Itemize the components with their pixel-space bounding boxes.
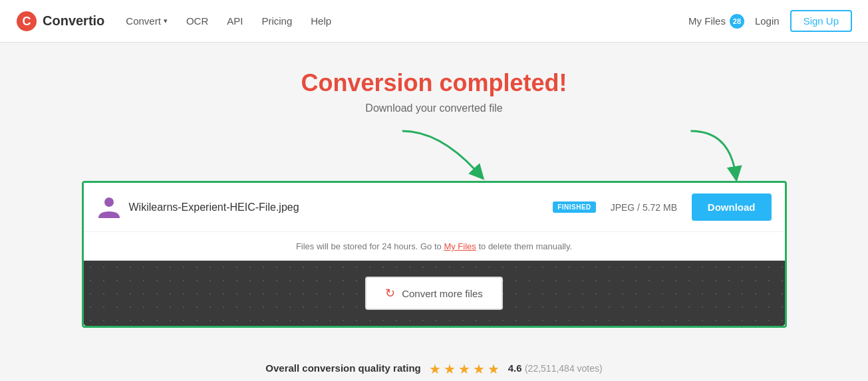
nav-convert[interactable]: Convert ▾ bbox=[126, 15, 168, 27]
status-badge: FINISHED bbox=[553, 201, 596, 213]
storage-notice-prefix: Files will be stored for 24 hours. Go to bbox=[296, 241, 444, 251]
convert-more-label: Convert more files bbox=[402, 288, 483, 299]
star-3: ★ bbox=[458, 361, 470, 377]
logo-text: Convertio bbox=[43, 13, 104, 29]
rating-label: Overall conversion quality rating bbox=[265, 362, 420, 374]
logo[interactable]: C Convertio bbox=[16, 11, 104, 32]
nav-ocr[interactable]: OCR bbox=[186, 15, 208, 27]
my-files-link[interactable]: My Files bbox=[444, 241, 476, 251]
nav-links: Convert ▾ OCR API Pricing Help bbox=[126, 15, 688, 27]
main-content: Conversion completed! Download your conv… bbox=[69, 43, 800, 341]
nav-help[interactable]: Help bbox=[311, 15, 331, 27]
rating-section: Overall conversion quality rating ★ ★ ★ … bbox=[0, 341, 868, 381]
download-button[interactable]: Download bbox=[692, 193, 772, 221]
convert-more-button[interactable]: ↻ Convert more files bbox=[365, 277, 503, 310]
rating-score: 4.6 bbox=[508, 362, 522, 374]
conversion-subtitle: Download your converted file bbox=[82, 102, 787, 114]
file-size: JPEG / 5.72 MB bbox=[604, 202, 684, 213]
file-type-icon bbox=[97, 195, 121, 219]
storage-notice-suffix: to delete them manually. bbox=[476, 241, 572, 251]
file-card: Wikilearns-Experient-HEIC-File.jpeg FINI… bbox=[82, 181, 787, 328]
signup-button[interactable]: Sign Up bbox=[790, 10, 852, 32]
nav-api[interactable]: API bbox=[227, 15, 243, 27]
chevron-down-icon: ▾ bbox=[164, 17, 168, 25]
navbar: C Convertio Convert ▾ OCR API Pricing He… bbox=[0, 0, 868, 43]
file-row: Wikilearns-Experient-HEIC-File.jpeg FINI… bbox=[84, 183, 785, 231]
files-count-badge: 28 bbox=[730, 14, 744, 29]
nav-right: My Files 28 Login Sign Up bbox=[688, 10, 852, 32]
star-5: ★ bbox=[488, 361, 500, 377]
my-files-button[interactable]: My Files 28 bbox=[688, 14, 744, 29]
star-2: ★ bbox=[444, 361, 456, 377]
rating-votes: (22,511,484 votes) bbox=[525, 363, 603, 374]
login-button[interactable]: Login bbox=[755, 15, 780, 27]
convert-bar: ↻ Convert more files bbox=[84, 261, 785, 326]
arrows-svg bbox=[82, 128, 787, 181]
star-rating: ★ ★ ★ ★ ★ bbox=[429, 361, 500, 377]
file-name: Wikilearns-Experient-HEIC-File.jpeg bbox=[129, 201, 545, 213]
nav-pricing[interactable]: Pricing bbox=[261, 15, 292, 27]
star-4: ★ bbox=[473, 361, 485, 377]
star-1: ★ bbox=[429, 361, 441, 377]
svg-text:C: C bbox=[23, 15, 31, 28]
conversion-title: Conversion completed! bbox=[82, 69, 787, 97]
logo-icon: C bbox=[16, 11, 37, 32]
arrows-container bbox=[82, 141, 787, 181]
storage-notice: Files will be stored for 24 hours. Go to… bbox=[84, 231, 785, 261]
svg-point-2 bbox=[104, 197, 114, 207]
refresh-icon: ↻ bbox=[385, 286, 395, 301]
